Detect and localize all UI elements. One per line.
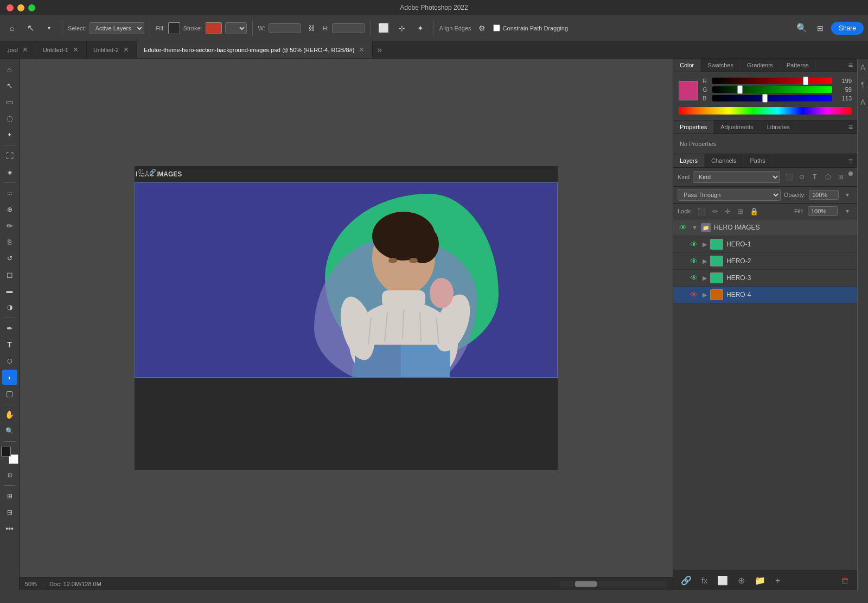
tabs-expand-btn[interactable]: »: [373, 41, 386, 58]
move-tool-btn[interactable]: ⌂: [2, 62, 17, 77]
add-mask-btn[interactable]: ⬜: [714, 574, 731, 587]
tool-options-dropdown[interactable]: ▾: [41, 21, 56, 36]
g-slider[interactable]: [712, 86, 832, 93]
new-layer-btn[interactable]: +: [772, 575, 783, 587]
group-visibility-btn[interactable]: 👁: [678, 222, 688, 233]
layer-group-hero[interactable]: 👁 ▼ 📁 HERO IMAGES: [673, 219, 857, 236]
tab-untitled2-close[interactable]: ✕: [122, 46, 130, 54]
properties-tab[interactable]: Properties: [673, 120, 714, 134]
filter-adjustment-btn[interactable]: ⊙: [796, 172, 807, 182]
blend-mode-select[interactable]: Pass Through: [678, 189, 781, 201]
layer-list[interactable]: 👁 ▼ 📁 HERO IMAGES 👁 ▶ HERO-1 👁 ▶: [673, 219, 857, 570]
lock-all-btn[interactable]: 🔒: [749, 206, 760, 217]
brush-btn[interactable]: ✏: [2, 218, 17, 233]
canvas-hero-frame[interactable]: [135, 182, 558, 383]
scrollbar-thumb[interactable]: [575, 581, 597, 587]
channels-tab[interactable]: Channels: [705, 154, 743, 167]
layer-hero1[interactable]: 👁 ▶ HERO-1: [673, 236, 857, 253]
clone-btn[interactable]: ⎘: [2, 234, 17, 250]
tab-main-close[interactable]: ✕: [358, 46, 366, 54]
direct-select-btn[interactable]: ⬧: [2, 370, 17, 385]
narrow-char-btn[interactable]: A: [859, 96, 866, 109]
more-tools-btn[interactable]: •••: [2, 521, 17, 536]
hero4-visibility-btn[interactable]: 👁: [688, 289, 699, 300]
r-slider-thumb[interactable]: [803, 77, 808, 85]
constrain-path-dragging-label[interactable]: Constrain Path Dragging: [493, 24, 568, 31]
lock-image-btn[interactable]: ✏: [711, 206, 719, 217]
b-slider[interactable]: [712, 95, 832, 101]
select-dropdown[interactable]: Active Layers: [90, 22, 144, 34]
add-style-btn[interactable]: fx: [698, 575, 711, 586]
layers-filter-select[interactable]: Kind: [693, 171, 780, 183]
hero2-expand-btn[interactable]: ▶: [703, 258, 707, 265]
delete-layer-btn[interactable]: 🗑: [838, 575, 853, 587]
rect-select-btn[interactable]: ▭: [2, 94, 17, 110]
hero3-expand-btn[interactable]: ▶: [703, 275, 707, 282]
properties-panel-menu-btn[interactable]: ≡: [844, 123, 857, 131]
eraser-btn[interactable]: ◻: [2, 267, 17, 282]
stroke-swatch[interactable]: [206, 22, 222, 34]
canvas-container[interactable]: HERO IMAGES 01 🔗: [20, 59, 673, 577]
layers-tab[interactable]: Layers: [673, 154, 705, 167]
quick-mask-btn[interactable]: ⊡: [2, 467, 17, 483]
opacity-input[interactable]: [809, 190, 839, 200]
minimize-button[interactable]: [17, 4, 24, 11]
new-group-btn[interactable]: 📁: [751, 574, 769, 587]
text-btn[interactable]: T: [2, 337, 17, 352]
color-panel-menu-btn[interactable]: ≡: [844, 61, 857, 69]
lock-position-btn[interactable]: ✛: [724, 206, 732, 217]
gradient-btn[interactable]: ▬: [2, 283, 17, 299]
zoom-btn[interactable]: 🔍: [2, 423, 17, 439]
pen-btn[interactable]: ✒: [2, 321, 17, 336]
filter-text-btn[interactable]: T: [809, 172, 820, 182]
stroke-options-select[interactable]: —: [225, 22, 247, 34]
crop-btn[interactable]: ⛶: [2, 148, 17, 163]
close-button[interactable]: [7, 4, 14, 11]
layer-hero4[interactable]: 👁 ▶ HERO-4: [673, 287, 857, 303]
patterns-tab[interactable]: Patterns: [780, 59, 816, 72]
link-dimensions-btn[interactable]: ⛓: [304, 21, 320, 36]
layer-hero2[interactable]: 👁 ▶ HERO-2: [673, 253, 857, 270]
hero2-visibility-btn[interactable]: 👁: [688, 256, 699, 266]
gradients-tab[interactable]: Gradients: [741, 59, 780, 72]
layers-panel-menu-btn[interactable]: ≡: [844, 156, 857, 165]
healing-btn[interactable]: ⊕: [2, 202, 17, 217]
g-slider-thumb[interactable]: [737, 85, 743, 94]
hero4-expand-btn[interactable]: ▶: [703, 291, 707, 299]
tab-main[interactable]: Edutor-theme-hero-section-background-ima…: [137, 41, 373, 58]
layer-hero3[interactable]: 👁 ▶ HERO-3: [673, 270, 857, 287]
hero3-visibility-btn[interactable]: 👁: [688, 272, 699, 283]
libraries-tab[interactable]: Libraries: [761, 120, 797, 134]
foreground-swatch[interactable]: [1, 447, 11, 456]
puppet-warp-btn[interactable]: ✦: [413, 21, 428, 36]
hand-btn[interactable]: ✋: [2, 407, 17, 422]
narrow-paragraph-btn[interactable]: ¶: [860, 78, 866, 91]
transform-btn[interactable]: ⬜: [376, 21, 391, 36]
link-layers-btn[interactable]: 🔗: [678, 574, 695, 587]
screen-mode-btn[interactable]: ⊞: [2, 488, 17, 504]
eyedropper-btn[interactable]: 𝌁: [2, 186, 17, 201]
burn-btn[interactable]: ◑: [2, 300, 17, 315]
adjustments-tab[interactable]: Adjustments: [714, 120, 761, 134]
color-tab[interactable]: Color: [673, 59, 701, 72]
hero1-expand-btn[interactable]: ▶: [703, 241, 707, 248]
filter-shape-btn[interactable]: ⬡: [822, 172, 833, 182]
workspace-btn[interactable]: ⊟: [813, 21, 828, 36]
artboard-btn[interactable]: ⊟: [2, 505, 17, 520]
height-input[interactable]: [332, 23, 365, 33]
filter-pixel-btn[interactable]: ⬛: [783, 172, 794, 182]
magic-wand-btn[interactable]: ✦: [2, 127, 17, 142]
shape-btn[interactable]: ▢: [2, 386, 17, 401]
maximize-button[interactable]: [28, 4, 35, 11]
move-tool-indicator[interactable]: ↖: [23, 21, 38, 36]
r-slider[interactable]: [712, 78, 832, 84]
tab-psd-close[interactable]: ✕: [21, 46, 29, 54]
history-btn[interactable]: ↺: [2, 251, 17, 266]
tab-untitled1[interactable]: Untitled-1 ✕: [36, 41, 87, 58]
narrow-text-btn[interactable]: A: [859, 61, 866, 74]
home-icon-btn[interactable]: ⌂: [4, 21, 20, 36]
tab-untitled2[interactable]: Untitled-2 ✕: [87, 41, 137, 58]
lock-artboards-btn[interactable]: ⊞: [736, 206, 744, 217]
share-button[interactable]: Share: [831, 22, 864, 35]
select-tool-btn[interactable]: ↖: [2, 78, 17, 93]
